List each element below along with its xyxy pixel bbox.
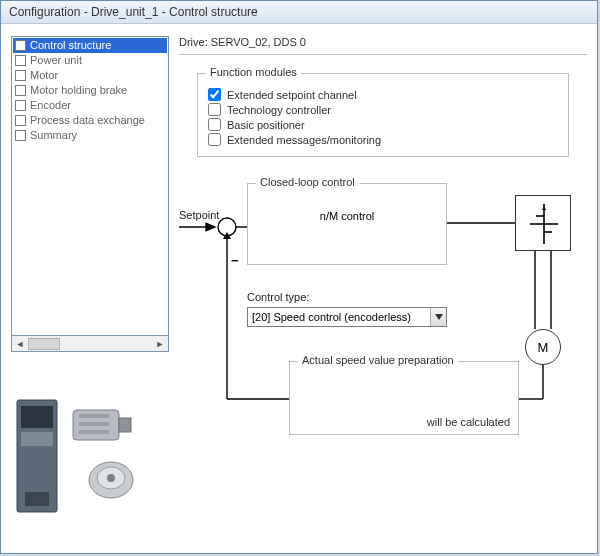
control-type-select[interactable]: [20] Speed control (encoderless) <box>247 307 447 327</box>
fn-basic-positioner-checkbox[interactable] <box>208 118 221 131</box>
sidebar-container: Control structure Power unit Motor Motor… <box>11 36 169 522</box>
svg-rect-8 <box>79 430 109 434</box>
fn-extended-messages[interactable]: Extended messages/monitoring <box>208 133 558 146</box>
hardware-illustration <box>11 372 169 522</box>
main-panel: Drive: SERVO_02, DDS 0 Function modules … <box>179 36 587 522</box>
checkbox-icon <box>15 130 26 141</box>
svg-marker-12 <box>435 314 443 320</box>
control-type-label: Control type: <box>247 291 309 303</box>
closed-loop-legend: Closed-loop control <box>256 176 359 188</box>
sidebar-item-label: Motor <box>30 68 58 83</box>
sidebar-item-label: Process data exchange <box>30 113 145 128</box>
inverter-symbol <box>515 195 571 251</box>
svg-point-17 <box>218 218 236 236</box>
fn-item-label: Basic positioner <box>227 119 305 131</box>
separator <box>179 54 587 55</box>
svg-rect-7 <box>79 422 109 426</box>
sidebar-item-label: Summary <box>30 128 77 143</box>
fn-technology-controller[interactable]: Technology controller <box>208 103 558 116</box>
checkbox-icon <box>15 115 26 126</box>
svg-point-11 <box>107 474 115 482</box>
checkbox-icon <box>15 70 26 81</box>
fn-extended-setpoint-checkbox[interactable] <box>208 88 221 101</box>
setpoint-label: Setpoint <box>179 209 219 221</box>
sidebar-item-motor-holding-brake[interactable]: Motor holding brake <box>13 83 167 98</box>
dropdown-icon[interactable] <box>430 308 446 326</box>
motor-symbol-label: M <box>538 340 549 355</box>
sidebar-item-summary[interactable]: Summary <box>13 128 167 143</box>
fn-extended-setpoint[interactable]: Extended setpoint channel <box>208 88 558 101</box>
content-area: Control structure Power unit Motor Motor… <box>1 24 597 532</box>
function-modules-group: Function modules Extended setpoint chann… <box>197 73 569 157</box>
svg-rect-1 <box>21 406 53 428</box>
drive-label: Drive: SERVO_02, DDS 0 <box>179 36 587 48</box>
fn-technology-controller-checkbox[interactable] <box>208 103 221 116</box>
actual-speed-text: will be calculated <box>427 416 510 428</box>
svg-rect-3 <box>25 492 49 506</box>
fn-extended-messages-checkbox[interactable] <box>208 133 221 146</box>
checkbox-icon <box>15 85 26 96</box>
control-diagram: Setpoint Closed-loop control n/M control… <box>179 181 587 481</box>
svg-marker-26 <box>223 232 231 239</box>
minus-icon: − <box>231 253 239 268</box>
checkbox-icon <box>15 40 26 51</box>
fn-basic-positioner[interactable]: Basic positioner <box>208 118 558 131</box>
svg-marker-15 <box>542 206 546 210</box>
closed-loop-text: n/M control <box>258 196 436 222</box>
function-modules-legend: Function modules <box>206 66 301 78</box>
svg-rect-2 <box>21 432 53 446</box>
sidebar-item-motor[interactable]: Motor <box>13 68 167 83</box>
svg-rect-5 <box>119 418 131 432</box>
sidebar-item-label: Motor holding brake <box>30 83 127 98</box>
sidebar-item-power-unit[interactable]: Power unit <box>13 53 167 68</box>
actual-speed-group: Actual speed value preparation will be c… <box>289 361 519 435</box>
sidebar-item-control-structure[interactable]: Control structure <box>13 38 167 53</box>
fn-item-label: Technology controller <box>227 104 331 116</box>
window-title: Configuration - Drive_unit_1 - Control s… <box>1 1 597 24</box>
svg-rect-6 <box>79 414 109 418</box>
motor-symbol: M <box>525 329 561 365</box>
scroll-right-icon[interactable]: ► <box>152 337 168 351</box>
sidebar-item-process-data-exchange[interactable]: Process data exchange <box>13 113 167 128</box>
sidebar-item-label: Control structure <box>30 38 111 53</box>
sidebar-item-encoder[interactable]: Encoder <box>13 98 167 113</box>
scroll-left-icon[interactable]: ◄ <box>12 337 28 351</box>
fn-item-label: Extended setpoint channel <box>227 89 357 101</box>
scroll-thumb[interactable] <box>28 338 60 350</box>
config-window: Configuration - Drive_unit_1 - Control s… <box>0 0 598 554</box>
sidebar-scrollbar[interactable]: ◄ ► <box>11 336 169 352</box>
control-type-value: [20] Speed control (encoderless) <box>248 311 430 323</box>
wizard-step-list[interactable]: Control structure Power unit Motor Motor… <box>11 36 169 336</box>
actual-speed-legend: Actual speed value preparation <box>298 354 458 366</box>
sidebar-item-label: Power unit <box>30 53 82 68</box>
sidebar-item-label: Encoder <box>30 98 71 113</box>
fn-item-label: Extended messages/monitoring <box>227 134 381 146</box>
closed-loop-group: Closed-loop control n/M control <box>247 183 447 265</box>
checkbox-icon <box>15 100 26 111</box>
checkbox-icon <box>15 55 26 66</box>
